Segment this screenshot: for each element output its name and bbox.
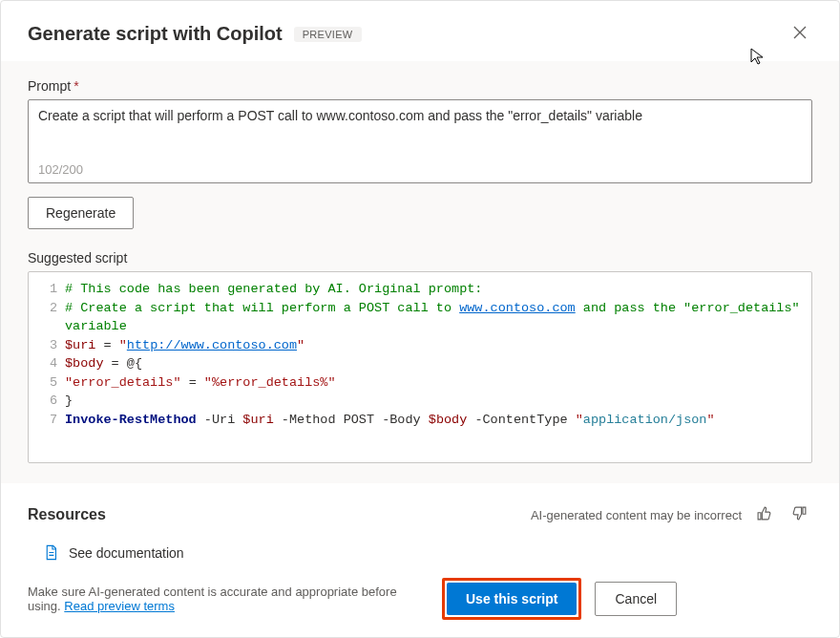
resources-title: Resources [28,506,521,523]
suggested-script-box[interactable]: 1# This code has been generated by AI. O… [28,271,812,463]
line-number: 3 [40,336,57,355]
char-count: 102/200 [38,162,802,177]
thumbs-down-button[interactable] [787,500,812,529]
line-number: 7 [40,411,57,430]
code-line: 2# Create a script that will perform a P… [40,299,800,336]
line-number: 4 [40,354,57,373]
preview-terms-link[interactable]: Read preview terms [64,599,175,613]
line-number: 2 [40,299,57,336]
prompt-label-text: Prompt [28,78,71,94]
code-content: Invoke-RestMethod -Uri $uri -Method POST… [65,411,715,430]
line-number: 5 [40,373,57,393]
documentation-row: See documentation [1,535,839,564]
footer-note: Make sure AI-generated content is accura… [28,585,429,613]
code-content: } [65,392,73,411]
code-line: 5 "error_details" = "%error_details%" [40,373,800,393]
dialog-footer: Make sure AI-generated content is accura… [1,564,839,637]
highlight-box: Use this script [442,578,581,620]
regenerate-button[interactable]: Regenerate [28,197,134,229]
code-content: "error_details" = "%error_details%" [65,373,336,393]
resources-row: Resources AI-generated content may be in… [1,483,839,535]
ai-disclaimer: AI-generated content may be incorrect [531,508,742,522]
suggested-label: Suggested script [28,250,812,266]
thumbs-down-icon [791,505,808,521]
dialog-header: Generate script with Copilot PREVIEW [1,1,839,61]
code-line: 3$uri = "http://www.contoso.com" [40,336,800,355]
required-marker: * [74,78,78,94]
copilot-dialog: Generate script with Copilot PREVIEW Pro… [0,0,840,638]
code-line: 1# This code has been generated by AI. O… [40,280,800,299]
see-documentation-link[interactable]: See documentation [69,545,184,561]
cancel-button[interactable]: Cancel [595,582,677,616]
document-icon [43,544,59,561]
code-content: # This code has been generated by AI. Or… [65,280,482,299]
prompt-field[interactable]: Create a script that will perform a POST… [28,99,812,183]
line-number: 1 [40,280,57,299]
use-this-script-button[interactable]: Use this script [447,583,577,615]
code-content: # Create a script that will perform a PO… [65,299,800,336]
code-line: 7Invoke-RestMethod -Uri $uri -Method POS… [40,411,800,430]
close-button[interactable] [788,20,812,48]
thumbs-up-button[interactable] [751,500,777,529]
code-content: $uri = "http://www.contoso.com" [65,336,304,355]
line-number: 6 [40,392,57,411]
code-line: 4$body = @{ [40,354,800,373]
preview-badge: PREVIEW [294,27,362,42]
prompt-input[interactable]: Create a script that will perform a POST… [38,108,802,162]
prompt-label: Prompt * [28,78,812,94]
dialog-body: Prompt * Create a script that will perfo… [1,61,839,483]
code-content: $body = @{ [65,354,142,373]
thumbs-up-icon [756,505,772,521]
dialog-title: Generate script with Copilot [28,23,283,45]
code-line: 6} [40,392,800,411]
close-icon [793,26,807,39]
